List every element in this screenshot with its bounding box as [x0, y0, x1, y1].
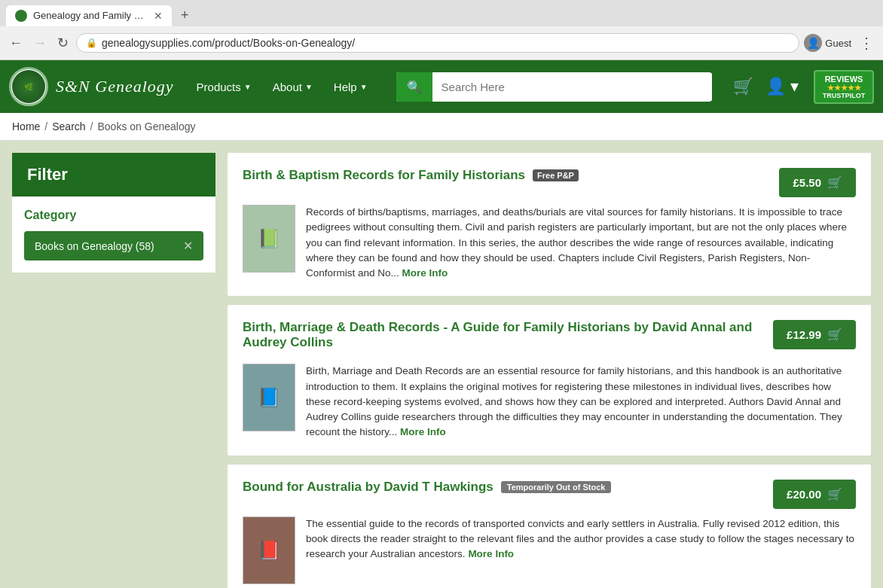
- product-1-description: Records of births/baptisms, marriages, a…: [306, 205, 856, 281]
- product-1-body: 📗 Records of births/baptisms, marriages,…: [243, 205, 856, 281]
- new-tab-button[interactable]: +: [175, 5, 195, 26]
- site-logo[interactable]: 🌿 S&N Genealogy: [9, 67, 174, 106]
- add-to-cart-1-button[interactable]: £5.50 🛒: [779, 168, 856, 197]
- product-title: Birth & Baptism Records for Family Histo…: [243, 168, 579, 183]
- category-tag-label: Books on Genealogy (58): [35, 240, 154, 252]
- sidebar: Filter Category Books on Genealogy (58) …: [12, 153, 215, 588]
- product-1-more-info[interactable]: More Info: [402, 267, 448, 279]
- product-card: Bound for Australia by David T Hawkings …: [228, 465, 871, 589]
- product-1-image: 📗: [243, 205, 295, 273]
- nav-products[interactable]: Products ▼: [186, 60, 262, 113]
- address-bar[interactable]: 🔒: [76, 33, 799, 53]
- product-3-image: 📕: [243, 516, 295, 584]
- product-header-row: Bound for Australia by David T Hawkings …: [243, 480, 856, 509]
- add-to-cart-3-button[interactable]: £20.00 🛒: [773, 480, 856, 509]
- cart-3-icon: 🛒: [827, 487, 842, 501]
- product-header-row: Birth & Baptism Records for Family Histo…: [243, 168, 856, 197]
- filter-header: Filter: [12, 153, 215, 197]
- account-icon[interactable]: 👤 ▾: [762, 74, 802, 99]
- product-card: Birth & Baptism Records for Family Histo…: [228, 153, 871, 296]
- filter-label: Filter: [27, 165, 68, 184]
- reviews-stars: ★★★★★: [821, 84, 866, 92]
- search-input[interactable]: [432, 73, 712, 101]
- logo-circle: 🌿: [9, 67, 48, 106]
- close-tab-icon[interactable]: ✕: [154, 10, 163, 22]
- product-3-price: £20.00: [787, 488, 821, 501]
- url-input[interactable]: [102, 37, 790, 49]
- reviews-label: REVIEWS: [821, 75, 866, 84]
- tab-title: Genealogy and Family History P...: [33, 10, 148, 21]
- product-1-title: Birth & Baptism Records for Family Histo…: [243, 168, 525, 183]
- guest-button[interactable]: 👤 Guest: [804, 34, 851, 52]
- product-2-title: Birth, Marriage & Death Records - A Guid…: [243, 320, 773, 350]
- about-dropdown-arrow: ▼: [305, 83, 313, 91]
- product-2-price: £12.99: [787, 328, 821, 341]
- product-2-image: 📘: [243, 364, 295, 431]
- breadcrumb-sep-2: /: [90, 120, 93, 133]
- product-title: Bound for Australia by David T Hawkings …: [243, 480, 611, 495]
- browser-tabs: Genealogy and Family History P... ✕ +: [0, 0, 883, 26]
- nav-help[interactable]: Help ▼: [323, 60, 378, 113]
- cart-icon[interactable]: 🛒: [730, 74, 756, 99]
- category-label: Category: [24, 209, 203, 222]
- product-header-row: Birth, Marriage & Death Records - A Guid…: [243, 320, 856, 356]
- main-content: Filter Category Books on Genealogy (58) …: [0, 141, 883, 588]
- product-3-body: 📕 The essential guide to the records of …: [243, 516, 856, 584]
- add-to-cart-2-button[interactable]: £12.99 🛒: [773, 320, 856, 349]
- breadcrumb: Home / Search / Books on Genealogy: [0, 113, 883, 141]
- site-header: 🌿 S&N Genealogy Products ▼ About ▼ Help …: [0, 60, 883, 113]
- product-2-body: 📘 Birth, Marriage and Death Records are …: [243, 364, 856, 440]
- logo-inner: 🌿: [12, 70, 45, 103]
- nav-about[interactable]: About ▼: [262, 60, 323, 113]
- product-3-badge: Temporarily Out of Stock: [501, 481, 612, 493]
- product-1-price: £5.50: [793, 176, 821, 189]
- products-dropdown-arrow: ▼: [244, 83, 252, 91]
- product-2-description: Birth, Marriage and Death Records are an…: [306, 364, 856, 440]
- product-1-badge: Free P&P: [533, 169, 579, 181]
- product-2-more-info[interactable]: More Info: [400, 426, 446, 437]
- guest-avatar: 👤: [804, 34, 822, 52]
- help-dropdown-arrow: ▼: [360, 83, 368, 91]
- category-tag[interactable]: Books on Genealogy (58) ✕: [24, 231, 203, 260]
- back-button[interactable]: ←: [6, 33, 26, 53]
- filter-body: Category Books on Genealogy (58) ✕: [12, 197, 215, 273]
- product-3-description: The essential guide to the records of tr…: [306, 516, 856, 562]
- tab-favicon: [15, 10, 27, 22]
- cart-2-icon: 🛒: [827, 328, 842, 342]
- reviews-badge[interactable]: REVIEWS ★★★★★ TRUSTPILOT: [814, 70, 874, 104]
- product-3-more-info[interactable]: More Info: [468, 548, 514, 559]
- reviews-sub: TRUSTPILOT: [821, 92, 866, 99]
- site-name: S&N Genealogy: [56, 77, 174, 96]
- products-list: Birth & Baptism Records for Family Histo…: [228, 153, 871, 588]
- breadcrumb-search[interactable]: Search: [52, 120, 85, 133]
- main-nav: Products ▼ About ▼ Help ▼: [186, 60, 378, 113]
- product-title: Birth, Marriage & Death Records - A Guid…: [243, 320, 773, 350]
- lock-icon: 🔒: [86, 38, 97, 48]
- active-tab[interactable]: Genealogy and Family History P... ✕: [6, 5, 172, 26]
- breadcrumb-home[interactable]: Home: [12, 120, 40, 133]
- browser-chrome: Genealogy and Family History P... ✕ + ← …: [0, 0, 883, 60]
- forward-button[interactable]: →: [30, 33, 50, 53]
- product-3-title: Bound for Australia by David T Hawkings: [243, 480, 493, 495]
- search-submit-button[interactable]: 🔍: [396, 72, 432, 102]
- breadcrumb-sep-1: /: [44, 120, 47, 133]
- breadcrumb-current: Books on Genealogy: [98, 120, 196, 133]
- product-card: Birth, Marriage & Death Records - A Guid…: [228, 305, 871, 455]
- refresh-button[interactable]: ↻: [54, 33, 72, 53]
- search-form[interactable]: 🔍: [396, 72, 712, 102]
- remove-category-icon[interactable]: ✕: [183, 239, 193, 253]
- cart-1-icon: 🛒: [827, 175, 842, 190]
- browser-toolbar: ← → ↻ 🔒 👤 Guest ⋮: [0, 26, 883, 59]
- browser-menu-icon[interactable]: ⋮: [856, 31, 877, 55]
- guest-label: Guest: [825, 38, 851, 49]
- header-icons: 🛒 👤 ▾: [730, 74, 802, 99]
